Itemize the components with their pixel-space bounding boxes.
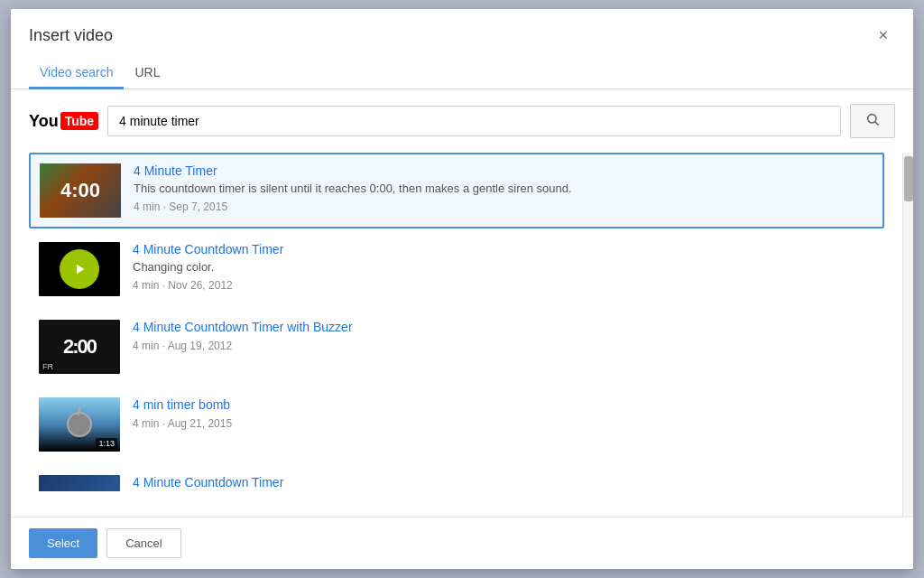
video-title-1: 4 Minute Timer [134,163,873,178]
tab-bar: Video search URL [11,58,913,89]
youtube-logo: YouTube [29,112,98,131]
svg-line-1 [875,122,879,126]
video-item-5[interactable]: 4 Minute Countdown Timer [29,465,884,492]
insert-video-dialog: Insert video × Video search URL YouTube … [11,9,913,569]
dialog-footer: Select Cancel [11,517,913,569]
results-list: 4:00 4 Minute Timer This countdown timer… [11,153,902,517]
tab-url[interactable]: URL [124,58,171,89]
video-title-5: 4 Minute Countdown Timer [133,475,874,489]
video-desc-1: This countdown timer is silent until it … [134,182,873,195]
search-input[interactable] [107,106,841,136]
youtube-tube: Tube [60,112,98,130]
search-button[interactable] [850,104,895,138]
video-item-4[interactable]: 1:13 4 min timer bomb 4 min · Aug 21, 20… [29,387,884,461]
video-meta-4: 4 min · Aug 21, 2015 [133,417,874,430]
svg-marker-2 [77,265,84,275]
select-button[interactable]: Select [29,528,97,558]
scrollbar-thumb[interactable] [904,156,913,201]
thumbnail-5 [39,475,120,492]
dialog-title: Insert video [29,26,113,45]
dialog-header: Insert video × [11,9,913,47]
results-wrapper: 4:00 4 Minute Timer This countdown timer… [11,153,913,517]
scrollbar[interactable] [902,153,913,517]
tab-video-search[interactable]: Video search [29,58,124,89]
video-title-4: 4 min timer bomb [133,397,874,412]
thumbnail-3: 2:00 FR [39,320,120,374]
video-title-2: 4 Minute Countdown Timer [133,242,874,256]
search-bar: YouTube [11,89,913,153]
video-title-3: 4 Minute Countdown Timer with Buzzer [133,320,874,334]
video-item-3[interactable]: 2:00 FR 4 Minute Countdown Timer with Bu… [29,310,884,384]
video-item-1[interactable]: 4:00 4 Minute Timer This countdown timer… [29,153,884,228]
video-meta-2: 4 min · Nov 26, 2012 [133,279,874,292]
video-meta-3: 4 min · Aug 19, 2012 [133,340,874,352]
cancel-button[interactable]: Cancel [106,528,180,558]
thumbnail-2 [39,242,120,296]
thumbnail-1: 4:00 [40,163,121,218]
thumbnail-4: 1:13 [39,397,120,452]
svg-point-0 [868,115,876,123]
youtube-you: You [29,112,59,131]
video-item-2[interactable]: 4 Minute Countdown Timer Changing color.… [29,232,884,306]
video-meta-1: 4 min · Sep 7, 2015 [134,200,873,213]
close-button[interactable]: × [871,23,895,47]
video-desc-2: Changing color. [133,260,874,274]
